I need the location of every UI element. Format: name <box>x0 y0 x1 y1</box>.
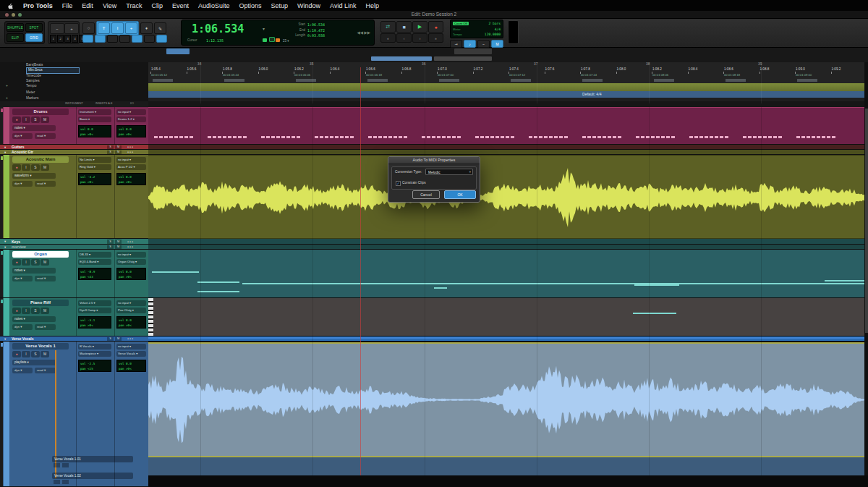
folder-lane-keys-sub[interactable] <box>148 245 864 250</box>
folder-collapse-icon[interactable]: ▾ <box>4 245 9 250</box>
insert-slot[interactable]: Acou P 1/2 ▾ <box>116 164 146 170</box>
solo-button[interactable]: S <box>107 240 114 244</box>
input-monitor-button[interactable]: I <box>22 351 30 357</box>
lane-piano-riff[interactable] <box>148 298 864 336</box>
folder-name-keys-sub[interactable]: overview <box>12 245 77 250</box>
track-view-selector[interactable]: playlists ▾ <box>12 360 56 365</box>
folder-lane-acoustic-sub[interactable] <box>148 150 864 155</box>
ok-button[interactable]: OK <box>444 190 476 199</box>
instrument-slot[interactable]: Velvet 2.5 ▾ <box>78 300 111 306</box>
dyn-selector[interactable]: dyn ▾ <box>12 181 33 187</box>
solo-button[interactable]: S <box>31 117 40 123</box>
folder-lane-keys[interactable] <box>148 239 864 245</box>
track-header-organ[interactable]: Organ●ISMnotes ▾dyn ▾read ▾DB-33 ▾EQ3 4-… <box>0 250 148 298</box>
solo-button[interactable]: S <box>31 351 40 357</box>
clip-verse-vocals-1[interactable] <box>148 342 864 457</box>
track-name-acoustic-main[interactable]: Acoustic Main <box>12 156 69 163</box>
playlist-lane-1[interactable]: Verse Vocals 1.01 <box>52 456 133 462</box>
conversion-type-dropdown[interactable]: Melodic ▾ <box>425 169 473 175</box>
lane-solo-button[interactable] <box>54 480 60 484</box>
mute-button[interactable]: M <box>115 145 122 149</box>
insert-slot[interactable]: Drums 1-2 ▾ <box>116 117 146 122</box>
folder-name-verse-vocals[interactable]: Verse Vocals <box>12 336 77 342</box>
clip-organ[interactable] <box>148 250 864 298</box>
dyn-selector[interactable]: dyn ▾ <box>12 324 33 330</box>
insert-slot[interactable]: no input ▾ <box>116 344 146 350</box>
clip-acoustic-main[interactable] <box>148 155 864 239</box>
insert-slot[interactable]: no input ▾ <box>116 252 146 258</box>
track-view-selector[interactable]: notes ▾ <box>12 125 56 131</box>
solo-button[interactable]: S <box>107 245 114 249</box>
mute-button[interactable]: M <box>41 117 49 123</box>
lane-solo-button[interactable] <box>54 463 60 467</box>
automation-mode-selector[interactable]: read ▾ <box>35 276 56 281</box>
folder-lane-guitars[interactable] <box>148 145 864 150</box>
insert-slot[interactable]: no input ▾ <box>116 157 146 163</box>
instrument-slot[interactable]: Boom ▾ <box>78 117 111 122</box>
instrument-slot[interactable]: Dyn3 Comp ▾ <box>78 308 111 313</box>
mute-button[interactable]: M <box>41 308 49 314</box>
track-view-selector[interactable]: notes ▾ <box>12 268 56 274</box>
clip-drums[interactable] <box>148 107 864 145</box>
insert-slot[interactable]: Verse Vocals ▾ <box>116 351 146 357</box>
instrument-slot[interactable]: R Vocals ▾ <box>78 344 111 350</box>
instrument-slot[interactable]: Masterpiece ▾ <box>78 351 111 357</box>
solo-button[interactable]: S <box>31 308 40 314</box>
solo-button[interactable]: S <box>107 151 114 154</box>
automation-mode-selector[interactable]: read ▾ <box>35 133 56 139</box>
mute-button[interactable]: M <box>41 164 49 171</box>
mute-button[interactable]: M <box>115 240 122 244</box>
input-monitor-button[interactable]: I <box>22 308 30 314</box>
insert-slot[interactable]: no input ▾ <box>116 300 146 306</box>
folder-collapse-icon[interactable]: ▾ <box>4 336 9 342</box>
track-name-organ[interactable]: Organ <box>12 251 69 258</box>
instrument-slot[interactable]: Instrument ▾ <box>78 109 111 115</box>
insert-slot[interactable]: Pno O/stg ▾ <box>116 308 146 313</box>
folder-collapse-icon[interactable]: ▾ <box>4 150 9 155</box>
mute-button[interactable]: M <box>41 351 49 357</box>
track-header-acoustic-main[interactable]: Acoustic Main●ISMwaveform ▾dyn ▾read ▾No… <box>0 155 148 239</box>
lane-mute-button[interactable] <box>62 480 69 484</box>
mute-button[interactable]: M <box>115 337 122 341</box>
record-arm-button[interactable]: ● <box>12 164 21 171</box>
track-header-verse-vocals-1[interactable]: Verse Vocals 1●ISMplaylists ▾dyn ▾read ▾… <box>0 342 148 487</box>
cancel-button[interactable]: Cancel <box>412 190 440 199</box>
dyn-selector[interactable]: dyn ▾ <box>12 133 33 139</box>
insert-slot[interactable]: Organ O/stg ▾ <box>116 259 146 265</box>
record-arm-button[interactable]: ● <box>12 308 21 314</box>
track-name-drums[interactable]: Drums <box>12 109 69 115</box>
track-view-selector[interactable]: waveform ▾ <box>12 173 56 179</box>
mute-button[interactable]: M <box>115 151 122 154</box>
folder-name-keys[interactable]: Keys <box>12 239 77 245</box>
solo-button[interactable]: S <box>107 337 114 341</box>
folder-name-guitars[interactable]: Guitars <box>12 145 77 150</box>
instrument-slot[interactable]: DB-33 ▾ <box>78 252 111 258</box>
instrument-slot[interactable]: EQ3 4-Band ▾ <box>78 259 111 265</box>
automation-mode-selector[interactable]: read ▾ <box>35 181 56 187</box>
lane-mute-button[interactable] <box>62 463 69 467</box>
record-arm-button[interactable]: ● <box>12 351 21 357</box>
record-arm-button[interactable]: ● <box>12 117 21 123</box>
instrument-slot[interactable]: Ring Gold ▾ <box>78 164 111 170</box>
folder-collapse-icon[interactable]: ▾ <box>4 145 9 150</box>
folder-name-acoustic-sub[interactable]: Acoustic Gtr <box>12 150 77 155</box>
track-header-piano-riff[interactable]: Piano Riff●ISMnotes ▾dyn ▾read ▾Velvet 2… <box>0 298 148 336</box>
solo-button[interactable]: S <box>107 145 114 149</box>
input-monitor-button[interactable]: I <box>22 117 30 123</box>
folder-collapse-icon[interactable]: ▾ <box>4 239 9 245</box>
automation-mode-selector[interactable]: read ▾ <box>35 368 56 373</box>
playlist-lane-2[interactable]: Verse Vocals 1.02 <box>52 473 133 479</box>
track-name-verse-vocals-1[interactable]: Verse Vocals 1 <box>12 343 69 350</box>
input-monitor-button[interactable]: I <box>22 259 30 266</box>
automation-mode-selector[interactable]: read ▾ <box>35 324 56 330</box>
track-name-piano-riff[interactable]: Piano Riff <box>12 300 69 306</box>
dyn-selector[interactable]: dyn ▾ <box>12 368 33 373</box>
mute-button[interactable]: M <box>115 245 122 249</box>
solo-button[interactable]: S <box>31 164 40 171</box>
instrument-slot[interactable]: No Limits ▾ <box>78 157 111 163</box>
track-view-selector[interactable]: notes ▾ <box>12 316 56 322</box>
mute-button[interactable]: M <box>41 259 49 266</box>
solo-button[interactable]: S <box>31 259 40 266</box>
constrain-clips-checkbox[interactable]: ✓ <box>396 181 401 186</box>
folder-lane-verse-vocals[interactable] <box>148 336 864 342</box>
